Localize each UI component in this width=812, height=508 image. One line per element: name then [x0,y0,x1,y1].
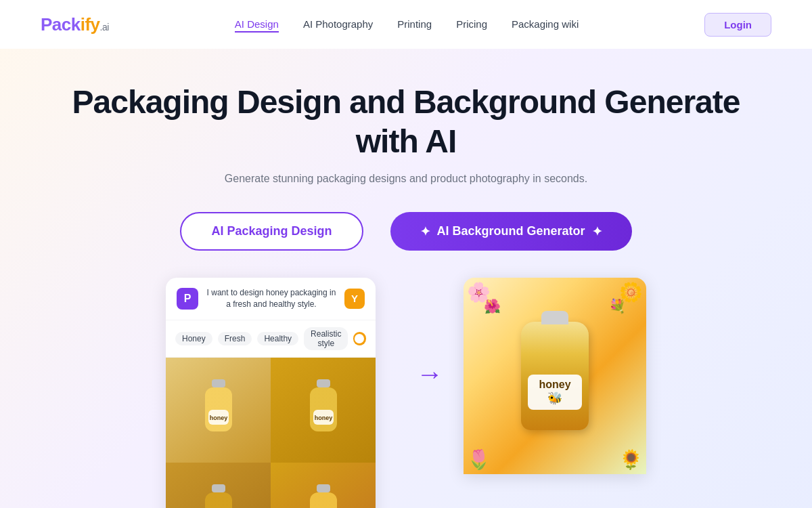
demo-area: P I want to design honey packaging in a … [41,278,771,508]
honey-bottle-1: honey [198,379,239,440]
nav-item-ai-photography[interactable]: AI Photography [303,18,373,30]
svg-rect-0 [212,379,225,387]
honey-cell-3: honey [166,463,271,508]
flower-icon-3: 🌷 [467,448,491,471]
chat-message: I want to design honey packaging in a fr… [205,287,338,310]
tag-honey: Honey [175,332,212,345]
y-avatar: Y [344,289,365,309]
logo-ify: ify [81,14,100,35]
tag-realistic: Realistic style [304,327,348,350]
honey-grid: honey honey [166,358,376,508]
nav-links: AI Design AI Photography Printing Pricin… [235,18,579,30]
nav-item-printing[interactable]: Printing [397,18,432,30]
svg-text:honey: honey [314,415,332,421]
login-button[interactable]: Login [704,13,771,37]
bottle-label: honey 🐝 [528,375,582,410]
ai-packaging-design-button[interactable]: AI Packaging Design [180,212,363,251]
nav-item-packaging-wiki[interactable]: Packaging wiki [512,18,579,30]
right-panel-inner: 🌸 🌼 🌷 🌻 🌺 💐 honey 🐝 [464,278,646,474]
honey-cell-1: honey [166,358,271,463]
sparkle-right-icon: ✦ [592,224,602,239]
right-demo-panel: 🌸 🌼 🌷 🌻 🌺 💐 honey 🐝 [464,278,646,474]
svg-rect-5 [310,387,337,431]
nav-item-pricing[interactable]: Pricing [456,18,487,30]
flower-icon-5: 🌺 [484,298,501,314]
honey-cell-4: honey [271,463,376,508]
bee-icon: 🐝 [531,391,579,406]
honey-cell-2: honey [271,358,376,463]
hero-subheadline: Generate stunning packaging designs and … [41,173,771,185]
honey-bottle-2: honey [303,379,344,440]
honey-bottle-3: honey [198,484,239,508]
toggle-pill[interactable] [353,332,366,345]
flower-icon-4: 🌻 [619,448,643,471]
logo[interactable]: Packify.ai [41,14,109,35]
big-honey-bottle: honey 🐝 [521,322,589,430]
tag-healthy: Healthy [257,332,298,345]
cta-row: AI Packaging Design ✦ AI Background Gene… [41,212,771,251]
svg-rect-12 [317,484,330,492]
navbar: Packify.ai AI Design AI Photography Prin… [0,0,812,49]
flower-icon-6: 💐 [609,298,626,314]
ai-background-generator-button[interactable]: ✦ AI Background Generator ✦ [390,212,632,251]
bg-generator-label: AI Background Generator [437,224,585,238]
svg-text:honey: honey [209,415,227,421]
left-demo-panel: P I want to design honey packaging in a … [166,278,376,508]
svg-rect-4 [317,379,330,387]
arrow-area: → [416,278,443,389]
sparkle-left-icon: ✦ [420,224,430,239]
svg-rect-9 [205,492,232,508]
logo-pack: Pack [41,14,81,35]
chat-bar: P I want to design honey packaging in a … [166,278,376,320]
hero-section: Packaging Design and Background Generate… [0,49,812,508]
arrow-icon: → [416,359,443,389]
hero-headline: Packaging Design and Background Generate… [41,83,771,161]
honey-bottle-4: honey [303,484,344,508]
svg-rect-13 [310,492,337,508]
svg-rect-8 [212,484,225,492]
svg-rect-1 [205,387,232,431]
p-icon: P [177,288,198,310]
bottle-text: honey [531,379,579,391]
tags-row: Honey Fresh Healthy Realistic style [166,320,376,358]
logo-ai: .ai [100,22,109,33]
nav-item-ai-design[interactable]: AI Design [235,18,279,33]
tag-fresh: Fresh [218,332,252,345]
